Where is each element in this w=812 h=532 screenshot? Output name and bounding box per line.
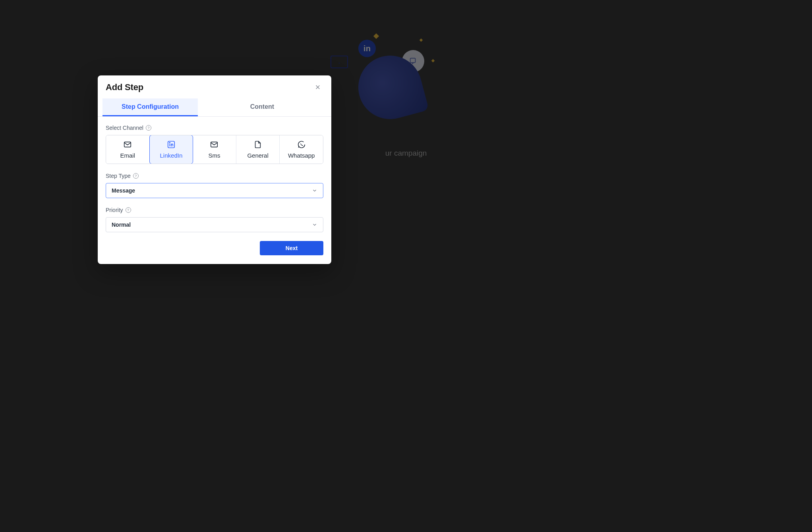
channel-options: Email LinkedIn (106, 135, 323, 164)
channel-general-label: General (247, 152, 268, 159)
channel-whatsapp[interactable]: Whatsapp (280, 135, 323, 164)
file-icon (253, 140, 262, 149)
help-icon[interactable]: ? (146, 125, 151, 131)
priority-label: Priority (106, 207, 123, 213)
modal-title: Add Step (106, 82, 143, 93)
step-type-label-row: Step Type ? (106, 173, 323, 179)
tab-content[interactable]: Content (198, 98, 327, 116)
help-icon[interactable]: ? (126, 207, 131, 213)
step-type-select[interactable]: Message (106, 183, 323, 198)
modal-body: Select Channel ? Email (98, 117, 331, 264)
chevron-down-icon (312, 222, 317, 227)
channel-sms-label: Sms (208, 152, 220, 159)
channel-linkedin[interactable]: LinkedIn (149, 135, 193, 164)
chevron-down-icon (312, 188, 317, 193)
tabs: Step Configuration Content (98, 98, 331, 117)
next-button[interactable]: Next (260, 241, 323, 255)
step-type-value: Message (112, 187, 135, 194)
whatsapp-icon (297, 140, 306, 149)
channel-general[interactable]: General (236, 135, 280, 164)
priority-value: Normal (112, 222, 131, 228)
channel-sms[interactable]: Sms (193, 135, 236, 164)
linkedin-icon (167, 140, 176, 149)
select-channel-label: Select Channel (106, 125, 143, 131)
priority-label-row: Priority ? (106, 207, 323, 213)
channel-email[interactable]: Email (106, 135, 150, 164)
step-type-label: Step Type (106, 173, 131, 179)
svg-point-3 (169, 143, 170, 143)
modal-header: Add Step × (98, 75, 331, 98)
help-icon[interactable]: ? (133, 173, 139, 179)
tab-step-configuration[interactable]: Step Configuration (102, 98, 198, 116)
channel-email-label: Email (120, 152, 135, 159)
close-icon: × (315, 83, 321, 92)
select-channel-label-row: Select Channel ? (106, 125, 323, 131)
priority-select[interactable]: Normal (106, 217, 323, 232)
close-button[interactable]: × (312, 82, 323, 93)
channel-linkedin-label: LinkedIn (160, 152, 183, 159)
sms-icon (210, 140, 218, 149)
modal-footer: Next (106, 241, 323, 255)
channel-whatsapp-label: Whatsapp (288, 152, 315, 159)
mail-icon (123, 140, 132, 149)
add-step-modal: Add Step × Step Configuration Content Se… (98, 75, 331, 264)
